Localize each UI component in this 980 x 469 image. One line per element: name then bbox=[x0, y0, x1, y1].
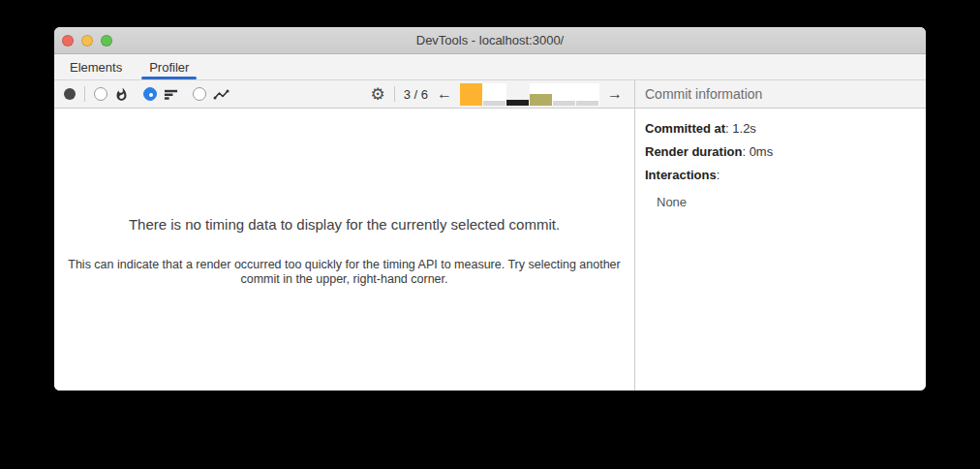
render-duration-value: 0ms bbox=[750, 144, 774, 159]
commit-bar[interactable] bbox=[460, 83, 483, 106]
interactions-label: Interactions bbox=[645, 168, 717, 182]
traffic-lights bbox=[62, 27, 112, 53]
screenshot-canvas: DevTools - localhost:3000/ Elements Prof… bbox=[0, 0, 980, 469]
committed-at-row: Committed at: 1.2s bbox=[645, 117, 916, 141]
no-timing-data-message: There is no timing data to display for t… bbox=[54, 109, 634, 391]
ranked-mode-group bbox=[143, 87, 178, 102]
commit-bar[interactable] bbox=[483, 83, 506, 106]
record-toggle-button[interactable] bbox=[64, 88, 76, 100]
toolbar-divider bbox=[394, 86, 395, 102]
commit-information-header: Commit information bbox=[635, 80, 926, 109]
flamegraph-radio[interactable] bbox=[94, 87, 107, 101]
tab-profiler[interactable]: Profiler bbox=[141, 54, 197, 79]
committed-at-value: 1.2s bbox=[732, 121, 756, 136]
minimize-button[interactable] bbox=[81, 35, 93, 47]
committed-at-label: Committed at bbox=[645, 121, 725, 136]
interactions-mode-group bbox=[193, 87, 230, 102]
ranked-radio[interactable] bbox=[143, 87, 157, 101]
tab-bar: Elements Profiler bbox=[54, 54, 926, 80]
message-headline: There is no timing data to display for t… bbox=[129, 215, 560, 234]
interactions-radio[interactable] bbox=[193, 87, 206, 101]
settings-gear-icon[interactable]: ⚙ bbox=[370, 86, 384, 103]
commit-bar[interactable] bbox=[576, 83, 599, 106]
interactions-chart-icon[interactable] bbox=[213, 87, 230, 102]
commit-selector-bars bbox=[460, 83, 599, 106]
commit-information-body: Committed at: 1.2s Render duration: 0ms … bbox=[635, 109, 926, 221]
interactions-empty-value: None bbox=[657, 193, 916, 212]
devtools-window: DevTools - localhost:3000/ Elements Prof… bbox=[54, 27, 926, 391]
flame-icon[interactable] bbox=[114, 87, 129, 102]
window-title: DevTools - localhost:3000/ bbox=[416, 33, 564, 47]
commit-bar[interactable] bbox=[553, 83, 576, 106]
previous-commit-arrow-icon[interactable]: ← bbox=[435, 86, 454, 102]
commit-information-panel: Commit information Committed at: 1.2s Re… bbox=[635, 80, 926, 391]
profiler-toolbar: ⚙ 3 / 6 ← → bbox=[54, 80, 634, 109]
ranked-chart-icon[interactable] bbox=[164, 87, 178, 102]
commit-bar[interactable] bbox=[530, 83, 553, 106]
body-row: ⚙ 3 / 6 ← → There is no timing data to d… bbox=[54, 80, 926, 391]
title-bar[interactable]: DevTools - localhost:3000/ bbox=[54, 27, 926, 54]
render-duration-row: Render duration: 0ms bbox=[645, 141, 916, 164]
render-duration-label: Render duration bbox=[645, 144, 742, 159]
zoom-button[interactable] bbox=[101, 35, 112, 47]
tab-profiler-label: Profiler bbox=[149, 60, 189, 75]
commit-bar-selected[interactable] bbox=[506, 83, 530, 106]
message-description: This can indicate that a render occurred… bbox=[68, 258, 622, 287]
toolbar-divider bbox=[84, 86, 85, 102]
tab-elements[interactable]: Elements bbox=[62, 54, 130, 79]
commit-position-label: 3 / 6 bbox=[404, 87, 428, 102]
next-commit-arrow-icon[interactable]: → bbox=[605, 86, 625, 102]
close-button[interactable] bbox=[62, 35, 74, 47]
flamegraph-mode-group bbox=[94, 87, 129, 102]
profiler-left-panel: ⚙ 3 / 6 ← → There is no timing data to d… bbox=[54, 80, 635, 391]
tab-elements-label: Elements bbox=[70, 60, 122, 75]
commit-navigator: ⚙ 3 / 6 ← → bbox=[370, 83, 625, 106]
interactions-row: Interactions: bbox=[645, 164, 916, 187]
